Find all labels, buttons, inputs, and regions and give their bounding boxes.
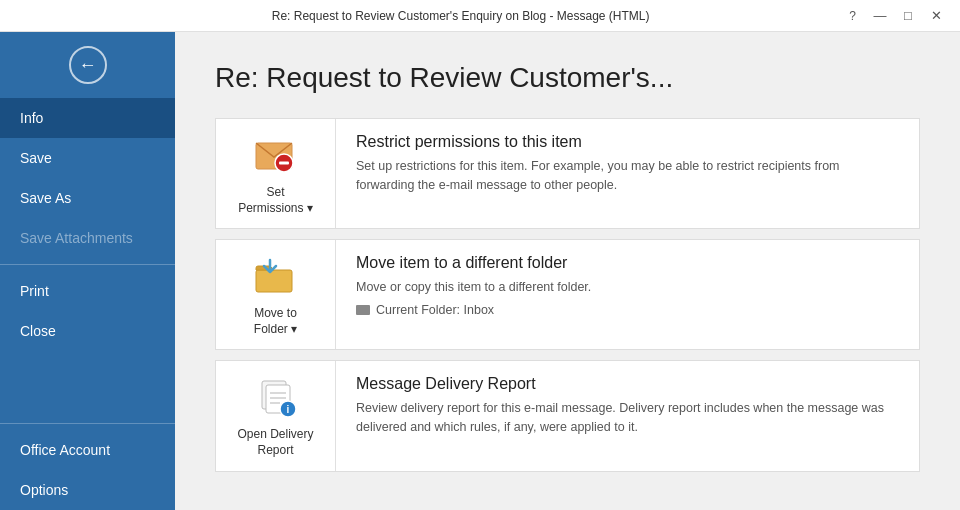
- svg-text:i: i: [286, 404, 289, 415]
- move-to-folder-card: Move toFolder ▾ Move item to a different…: [215, 239, 920, 350]
- delivery-report-title: Message Delivery Report: [356, 375, 899, 393]
- move-to-folder-icon: [252, 252, 300, 300]
- svg-rect-2: [279, 162, 289, 165]
- sidebar-bottom: Office Account Options: [0, 430, 175, 510]
- sidebar-item-save-as[interactable]: Save As: [0, 178, 175, 218]
- svg-rect-3: [256, 270, 292, 292]
- set-permissions-title: Restrict permissions to this item: [356, 133, 899, 151]
- delivery-report-icon: i: [252, 373, 300, 421]
- delivery-report-content: Message Delivery Report Review delivery …: [336, 361, 919, 451]
- set-permissions-content: Restrict permissions to this item Set up…: [336, 119, 919, 209]
- maximize-button[interactable]: □: [896, 6, 920, 26]
- back-button[interactable]: ←: [69, 46, 107, 84]
- sidebar-item-options[interactable]: Options: [0, 470, 175, 510]
- page-title: Re: Request to Review Customer's...: [215, 62, 920, 94]
- content-area: Re: Request to Review Customer's... SetP…: [175, 32, 960, 510]
- title-bar: Re: Request to Review Customer's Enquiry…: [0, 0, 960, 32]
- sidebar-item-info[interactable]: Info: [0, 98, 175, 138]
- main-layout: ← Info Save Save As Save Attachments Pri…: [0, 32, 960, 510]
- move-to-folder-label: Move toFolder ▾: [254, 306, 297, 337]
- sidebar: ← Info Save Save As Save Attachments Pri…: [0, 32, 175, 510]
- delivery-report-label: Open DeliveryReport: [237, 427, 313, 458]
- sidebar-item-save-attachments: Save Attachments: [0, 218, 175, 258]
- sidebar-item-close[interactable]: Close: [0, 311, 175, 351]
- close-button[interactable]: ✕: [924, 6, 948, 26]
- back-section: ←: [0, 32, 175, 98]
- minimize-button[interactable]: —: [868, 6, 892, 26]
- folder-small-icon: [356, 305, 370, 315]
- sidebar-divider-1: [0, 264, 175, 265]
- set-permissions-icon-box[interactable]: SetPermissions ▾: [216, 119, 336, 228]
- folder-line-text: Current Folder: Inbox: [376, 303, 494, 317]
- window-controls: — □ ✕: [868, 6, 948, 26]
- sidebar-item-print[interactable]: Print: [0, 271, 175, 311]
- sidebar-item-save[interactable]: Save: [0, 138, 175, 178]
- move-to-folder-icon-box[interactable]: Move toFolder ▾: [216, 240, 336, 349]
- set-permissions-label: SetPermissions ▾: [238, 185, 313, 216]
- sidebar-divider-2: [0, 423, 175, 424]
- move-to-folder-content: Move item to a different folder Move or …: [336, 240, 919, 331]
- delivery-report-icon-box[interactable]: i Open DeliveryReport: [216, 361, 336, 470]
- set-permissions-card: SetPermissions ▾ Restrict permissions to…: [215, 118, 920, 229]
- title-bar-title: Re: Request to Review Customer's Enquiry…: [72, 9, 849, 23]
- set-permissions-icon: [252, 131, 300, 179]
- move-to-folder-desc: Move or copy this item to a different fo…: [356, 278, 899, 297]
- folder-line: Current Folder: Inbox: [356, 303, 899, 317]
- help-icon[interactable]: ?: [849, 9, 856, 23]
- set-permissions-desc: Set up restrictions for this item. For e…: [356, 157, 899, 195]
- move-to-folder-title: Move item to a different folder: [356, 254, 899, 272]
- delivery-report-desc: Review delivery report for this e-mail m…: [356, 399, 899, 437]
- sidebar-nav: Info Save Save As Save Attachments Print…: [0, 98, 175, 417]
- sidebar-item-office-account[interactable]: Office Account: [0, 430, 175, 470]
- delivery-report-card: i Open DeliveryReport Message Delivery R…: [215, 360, 920, 471]
